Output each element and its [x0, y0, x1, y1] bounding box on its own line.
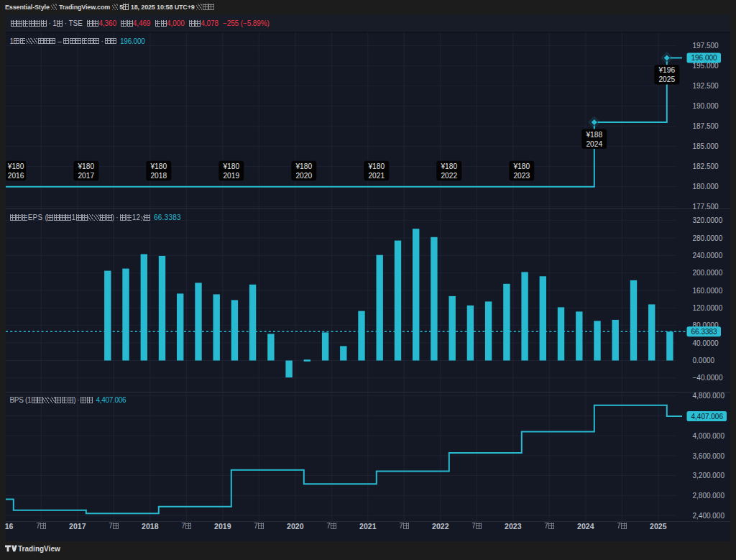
svg-text:4,000.000: 4,000.000: [693, 432, 725, 440]
svg-text:320.0000: 320.0000: [693, 216, 723, 224]
svg-text:2018: 2018: [150, 172, 167, 180]
svg-text:¥196: ¥196: [658, 66, 675, 74]
svg-text:4,800.000: 4,800.000: [693, 392, 725, 400]
svg-text:185.000: 185.000: [693, 142, 719, 150]
svg-text:187.500: 187.500: [693, 122, 719, 130]
svg-text:240.0000: 240.0000: [693, 252, 723, 260]
svg-text:182.500: 182.500: [693, 162, 719, 170]
svg-text:0.0000: 0.0000: [693, 357, 715, 364]
svg-text:3,200.000: 3,200.000: [693, 472, 725, 479]
svg-text:2,400.000: 2,400.000: [693, 512, 725, 520]
svg-text:197.500: 197.500: [693, 42, 719, 50]
svg-text:40.0000: 40.0000: [693, 339, 719, 347]
svg-text:2024: 2024: [586, 140, 602, 148]
svg-text:2023: 2023: [513, 172, 530, 180]
svg-text:2021: 2021: [368, 172, 385, 180]
svg-text:4,407.006: 4,407.006: [691, 413, 724, 421]
svg-text:196.000: 196.000: [691, 54, 718, 62]
svg-text:3,600.000: 3,600.000: [693, 452, 725, 460]
svg-text:190.000: 190.000: [693, 102, 719, 110]
svg-text:2020: 2020: [295, 172, 312, 180]
svg-text:¥180: ¥180: [512, 162, 530, 170]
svg-text:160.0000: 160.0000: [693, 287, 723, 295]
svg-text:2019: 2019: [223, 172, 239, 180]
svg-text:280.0000: 280.0000: [693, 234, 723, 242]
svg-text:2025: 2025: [658, 75, 675, 83]
svg-text:¥180: ¥180: [295, 162, 312, 170]
svg-text:2,800.000: 2,800.000: [693, 492, 725, 500]
svg-text:192.500: 192.500: [693, 82, 719, 90]
svg-text:¥180: ¥180: [77, 162, 94, 170]
svg-text:2017: 2017: [78, 172, 94, 180]
svg-text:¥180: ¥180: [222, 162, 239, 170]
svg-text:195.000: 195.000: [693, 62, 719, 70]
svg-text:180.000: 180.000: [693, 183, 719, 191]
svg-text:2022: 2022: [441, 172, 457, 180]
svg-text:120.0000: 120.0000: [693, 304, 723, 312]
svg-text:177.500: 177.500: [693, 203, 719, 211]
svg-text:¥180: ¥180: [440, 162, 457, 170]
svg-text:2016: 2016: [8, 172, 24, 180]
svg-text:−40.0000: −40.0000: [693, 374, 723, 382]
svg-text:¥180: ¥180: [367, 162, 385, 170]
svg-text:¥180: ¥180: [150, 162, 167, 170]
svg-text:200.0000: 200.0000: [693, 269, 723, 277]
svg-text:¥188: ¥188: [585, 131, 602, 139]
svg-text:¥180: ¥180: [7, 162, 24, 170]
svg-text:66.3383: 66.3383: [691, 328, 718, 336]
